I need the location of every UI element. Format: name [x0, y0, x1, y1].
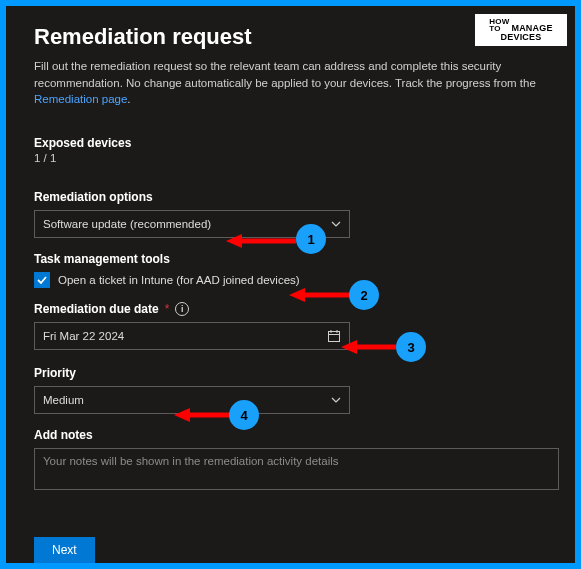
exposed-devices-label: Exposed devices [34, 136, 553, 150]
page-title: Remediation request [34, 24, 553, 50]
app-window: HOWTOMANAGEDEVICES Remediation request F… [0, 0, 581, 569]
due-date-value: Fri Mar 22 2024 [43, 330, 124, 342]
open-intune-ticket-label: Open a ticket in Intune (for AAD joined … [58, 274, 300, 286]
required-asterisk: * [165, 302, 170, 316]
priority-value: Medium [43, 394, 84, 406]
checkbox-checked-icon [34, 272, 50, 288]
intro-text: Fill out the remediation request so the … [34, 60, 536, 89]
remediation-page-link[interactable]: Remediation page [34, 93, 127, 105]
add-notes-label: Add notes [34, 428, 553, 442]
intro-end: . [127, 93, 130, 105]
svg-rect-0 [329, 332, 340, 342]
chevron-down-icon [331, 219, 341, 229]
remediation-options-value: Software update (recommended) [43, 218, 211, 230]
page-intro: Fill out the remediation request so the … [34, 58, 553, 108]
open-intune-ticket-checkbox[interactable]: Open a ticket in Intune (for AAD joined … [34, 272, 553, 288]
priority-select[interactable]: Medium [34, 386, 350, 414]
remediation-options-label: Remediation options [34, 190, 553, 204]
priority-label: Priority [34, 366, 553, 380]
notes-placeholder: Your notes will be shown in the remediat… [43, 455, 339, 467]
due-date-input[interactable]: Fri Mar 22 2024 [34, 322, 350, 350]
due-date-label-text: Remediation due date [34, 302, 159, 316]
chevron-down-icon [331, 395, 341, 405]
due-date-label: Remediation due date * i [34, 302, 553, 316]
calendar-icon [327, 329, 341, 343]
notes-textarea[interactable]: Your notes will be shown in the remediat… [34, 448, 559, 490]
info-icon[interactable]: i [175, 302, 189, 316]
exposed-devices-count: 1 / 1 [34, 152, 553, 164]
remediation-options-select[interactable]: Software update (recommended) [34, 210, 350, 238]
next-button[interactable]: Next [34, 537, 95, 563]
task-tools-label: Task management tools [34, 252, 553, 266]
